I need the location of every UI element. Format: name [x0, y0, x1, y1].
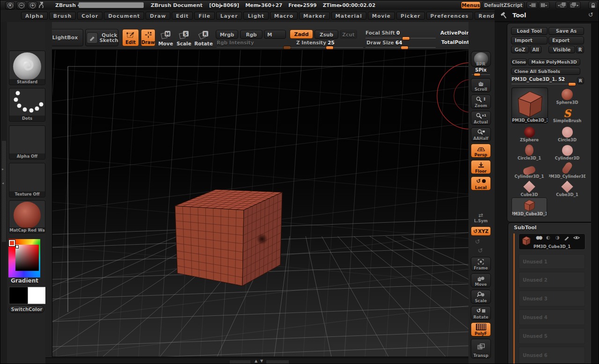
secondary-color-swatch[interactable]: [28, 287, 46, 304]
gradient-label[interactable]: Gradient: [11, 277, 38, 284]
tray-collapse-right-button[interactable]: ▸: [539, 1, 550, 9]
saturation-square[interactable]: [15, 245, 39, 271]
slider-knob[interactable]: [401, 46, 409, 50]
import-button[interactable]: Import: [511, 36, 548, 44]
tool-item-cube3d-1[interactable]: Cube3D_1: [549, 179, 585, 197]
menu-color[interactable]: Color: [77, 12, 102, 20]
tray-scroll-area[interactable]: [591, 22, 599, 364]
slider-knob[interactable]: [326, 46, 334, 50]
tool-name-slider[interactable]: PM3D_Cube3D_1. 52: [511, 77, 576, 82]
eye-icon[interactable]: [573, 235, 580, 240]
rotate-3d-button[interactable]: ↺ Rotate: [471, 306, 491, 320]
subtool-title[interactable]: SubTool: [514, 225, 537, 231]
bpr-button[interactable]: BPR: [471, 51, 491, 67]
export-button[interactable]: Export: [548, 36, 584, 44]
tool-item-circle3d-1[interactable]: Circle3D_1: [511, 143, 547, 160]
zoom-button[interactable]: ↕ Zoom: [471, 95, 491, 109]
prev-document-button[interactable]: ◂: [555, 1, 568, 9]
subtool-unused-row[interactable]: Unused 1: [519, 254, 585, 269]
subtool-unused-row[interactable]: Unused 2: [519, 272, 585, 288]
polyframe-button[interactable]: PolyF: [471, 322, 491, 336]
rgb-intensity-slider[interactable]: Rgb Intensity: [217, 40, 288, 45]
tool-item-sphere3d[interactable]: Sphere3D: [549, 88, 585, 105]
expand-button[interactable]: +: [28, 1, 37, 9]
menu-preferences[interactable]: Preferences: [426, 12, 473, 20]
all-button[interactable]: All: [530, 46, 541, 53]
close-button[interactable]: ×: [5, 1, 15, 9]
material-picker[interactable]: MatCap Red Wa: [9, 200, 45, 233]
scroll-grip-right[interactable]: [266, 360, 289, 364]
visible-button[interactable]: Visible: [548, 46, 575, 53]
subtool-unused-row[interactable]: Unused 3: [519, 291, 585, 306]
alpha-picker[interactable]: Alpha Off: [9, 125, 45, 160]
goz-r-button[interactable]: R: [576, 46, 584, 53]
edit-button[interactable]: Edit: [122, 29, 139, 46]
tool-item-cylinder3d[interactable]: Cylinder3D: [549, 143, 585, 160]
z-intensity-slider[interactable]: Z Intensity 25: [296, 40, 363, 45]
rotate-z-icon[interactable]: ↺: [478, 247, 483, 254]
draw-button[interactable]: Draw: [141, 29, 155, 46]
draw-size-slider[interactable]: Draw Size 64: [366, 40, 436, 45]
menu-material[interactable]: Material: [331, 12, 366, 20]
color-picker[interactable]: [8, 239, 40, 277]
brush-picker[interactable]: Standard: [9, 51, 45, 85]
menu-alpha[interactable]: Alpha: [21, 12, 48, 20]
scale-button[interactable]: S Scale: [176, 29, 192, 46]
persp-button[interactable]: Persp: [471, 144, 491, 158]
rotate-button[interactable]: R Rotate: [194, 29, 213, 46]
tool-item-cube3d[interactable]: Cube3D: [511, 179, 547, 197]
scroll-grip-left[interactable]: [230, 360, 250, 364]
menus-button[interactable]: Menus: [461, 1, 481, 9]
sv-cursor[interactable]: [15, 245, 19, 248]
save-as-button[interactable]: Save As: [548, 27, 584, 35]
zsub-button[interactable]: Zsub: [314, 30, 338, 39]
m-button[interactable]: M: [264, 30, 286, 39]
actual-button[interactable]: x1 Actual: [471, 111, 491, 125]
spix-slider[interactable]: [472, 74, 490, 75]
switch-color-button[interactable]: SwitchColor: [9, 306, 44, 313]
scroll-down-icon[interactable]: ▼: [260, 359, 263, 363]
tool-item-pm3d-cylinder3d[interactable]: PM3D_Cylinder3D: [549, 161, 585, 179]
scroll-up-icon[interactable]: ▲: [255, 359, 257, 363]
aahalf-button[interactable]: AAHalf: [471, 127, 491, 141]
tool-item-zsphere[interactable]: ZSphere: [511, 124, 547, 142]
tool-item-pm3d-cube3d-1[interactable]: PM3D_Cube3D_1: [511, 197, 547, 217]
floor-button[interactable]: Floor: [471, 160, 491, 174]
rotate-y-icon[interactable]: ↺: [475, 238, 480, 245]
default-zscript-button[interactable]: DefaultZScript: [482, 1, 525, 9]
subtool-unused-row[interactable]: Unused 5: [519, 328, 585, 344]
clone-button[interactable]: Clone: [511, 58, 527, 66]
scale-3d-button[interactable]: Scale: [471, 290, 491, 304]
hue-cursor[interactable]: [9, 240, 15, 246]
transp-button[interactable]: Transp: [471, 339, 491, 358]
subtool-unused-row[interactable]: Unused 6: [519, 347, 585, 364]
tool-name-r-button[interactable]: R: [577, 77, 584, 84]
frame-button[interactable]: Frame: [471, 257, 491, 271]
tray-close-icon[interactable]: ◂: [2, 181, 4, 185]
tray-collapse-left-button[interactable]: ◂: [526, 1, 538, 9]
zadd-button[interactable]: Zadd: [290, 29, 313, 39]
xyz-button[interactable]: ↺ XYZ: [471, 226, 491, 236]
current-tool-thumbnail[interactable]: PM3D_Cube3D_1: [511, 87, 548, 124]
reset-icon[interactable]: ↺: [588, 11, 593, 18]
minimize-button[interactable]: −: [16, 1, 26, 9]
zcut-button[interactable]: Zcut: [340, 30, 357, 39]
lock-button[interactable]: [588, 1, 598, 9]
quick-sketch-button[interactable]: Quick Sketch: [85, 29, 118, 46]
tool-item-simplebrush[interactable]: S SimpleBrush: [549, 106, 585, 123]
slider-knob[interactable]: [283, 46, 291, 50]
menu-macro[interactable]: Macro: [270, 12, 298, 20]
subtool-unused-row[interactable]: Unused 4: [519, 309, 585, 325]
menu-draw[interactable]: Draw: [146, 12, 170, 20]
menu-light[interactable]: Light: [243, 12, 268, 20]
menu-picker[interactable]: Picker: [396, 12, 425, 20]
menu-brush[interactable]: Brush: [49, 12, 76, 20]
goz-button[interactable]: GoZ: [511, 46, 529, 53]
tray-open-icon[interactable]: ▸: [2, 167, 4, 171]
clone-all-subtools-button[interactable]: Clone All SubTools: [511, 68, 580, 75]
load-tool-button[interactable]: Load Tool: [511, 27, 548, 35]
tool-item-cylinder3d-1[interactable]: Cylinder3D_1: [511, 161, 547, 179]
next-document-button[interactable]: ▸: [569, 1, 581, 9]
stroke-picker[interactable]: Dots: [9, 88, 45, 122]
menu-document[interactable]: Document: [104, 12, 144, 20]
